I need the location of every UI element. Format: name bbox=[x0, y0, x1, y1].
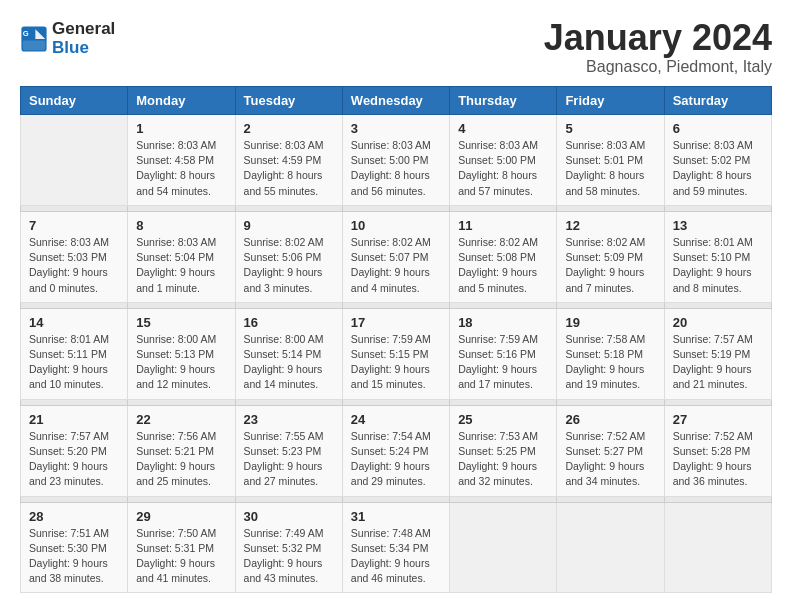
day-info: Sunrise: 8:01 AMSunset: 5:11 PMDaylight:… bbox=[29, 332, 119, 393]
day-cell: 21Sunrise: 7:57 AMSunset: 5:20 PMDayligh… bbox=[21, 405, 128, 496]
location-subtitle: Bagnasco, Piedmont, Italy bbox=[544, 58, 772, 76]
day-number: 26 bbox=[565, 412, 655, 427]
day-number: 20 bbox=[673, 315, 763, 330]
header-day-friday: Friday bbox=[557, 87, 664, 115]
week-row-2: 7Sunrise: 8:03 AMSunset: 5:03 PMDaylight… bbox=[21, 211, 772, 302]
day-info: Sunrise: 8:02 AMSunset: 5:09 PMDaylight:… bbox=[565, 235, 655, 296]
day-cell: 14Sunrise: 8:01 AMSunset: 5:11 PMDayligh… bbox=[21, 308, 128, 399]
day-number: 2 bbox=[244, 121, 334, 136]
day-number: 15 bbox=[136, 315, 226, 330]
day-info: Sunrise: 7:58 AMSunset: 5:18 PMDaylight:… bbox=[565, 332, 655, 393]
day-number: 31 bbox=[351, 509, 441, 524]
day-info: Sunrise: 7:54 AMSunset: 5:24 PMDaylight:… bbox=[351, 429, 441, 490]
day-number: 21 bbox=[29, 412, 119, 427]
day-number: 7 bbox=[29, 218, 119, 233]
day-info: Sunrise: 7:52 AMSunset: 5:27 PMDaylight:… bbox=[565, 429, 655, 490]
day-number: 16 bbox=[244, 315, 334, 330]
logo-icon: G bbox=[20, 25, 48, 53]
day-number: 8 bbox=[136, 218, 226, 233]
header-day-saturday: Saturday bbox=[664, 87, 771, 115]
day-info: Sunrise: 7:57 AMSunset: 5:20 PMDaylight:… bbox=[29, 429, 119, 490]
logo-line1: General bbox=[52, 20, 115, 39]
day-cell: 28Sunrise: 7:51 AMSunset: 5:30 PMDayligh… bbox=[21, 502, 128, 593]
day-info: Sunrise: 8:03 AMSunset: 5:04 PMDaylight:… bbox=[136, 235, 226, 296]
day-cell: 15Sunrise: 8:00 AMSunset: 5:13 PMDayligh… bbox=[128, 308, 235, 399]
day-cell: 16Sunrise: 8:00 AMSunset: 5:14 PMDayligh… bbox=[235, 308, 342, 399]
day-cell: 13Sunrise: 8:01 AMSunset: 5:10 PMDayligh… bbox=[664, 211, 771, 302]
day-cell: 24Sunrise: 7:54 AMSunset: 5:24 PMDayligh… bbox=[342, 405, 449, 496]
week-row-1: 1Sunrise: 8:03 AMSunset: 4:58 PMDaylight… bbox=[21, 115, 772, 206]
header-row: SundayMondayTuesdayWednesdayThursdayFrid… bbox=[21, 87, 772, 115]
day-info: Sunrise: 8:03 AMSunset: 5:01 PMDaylight:… bbox=[565, 138, 655, 199]
day-info: Sunrise: 8:00 AMSunset: 5:14 PMDaylight:… bbox=[244, 332, 334, 393]
day-info: Sunrise: 7:52 AMSunset: 5:28 PMDaylight:… bbox=[673, 429, 763, 490]
header-day-thursday: Thursday bbox=[450, 87, 557, 115]
day-cell: 31Sunrise: 7:48 AMSunset: 5:34 PMDayligh… bbox=[342, 502, 449, 593]
title-section: January 2024 Bagnasco, Piedmont, Italy bbox=[544, 20, 772, 76]
day-info: Sunrise: 8:03 AMSunset: 5:00 PMDaylight:… bbox=[458, 138, 548, 199]
day-number: 10 bbox=[351, 218, 441, 233]
day-cell: 9Sunrise: 8:02 AMSunset: 5:06 PMDaylight… bbox=[235, 211, 342, 302]
month-title: January 2024 bbox=[544, 20, 772, 56]
week-row-4: 21Sunrise: 7:57 AMSunset: 5:20 PMDayligh… bbox=[21, 405, 772, 496]
day-cell: 18Sunrise: 7:59 AMSunset: 5:16 PMDayligh… bbox=[450, 308, 557, 399]
day-info: Sunrise: 8:03 AMSunset: 5:03 PMDaylight:… bbox=[29, 235, 119, 296]
day-info: Sunrise: 8:03 AMSunset: 5:00 PMDaylight:… bbox=[351, 138, 441, 199]
header-day-sunday: Sunday bbox=[21, 87, 128, 115]
week-row-3: 14Sunrise: 8:01 AMSunset: 5:11 PMDayligh… bbox=[21, 308, 772, 399]
day-info: Sunrise: 8:01 AMSunset: 5:10 PMDaylight:… bbox=[673, 235, 763, 296]
day-cell: 10Sunrise: 8:02 AMSunset: 5:07 PMDayligh… bbox=[342, 211, 449, 302]
day-cell: 17Sunrise: 7:59 AMSunset: 5:15 PMDayligh… bbox=[342, 308, 449, 399]
day-cell: 20Sunrise: 7:57 AMSunset: 5:19 PMDayligh… bbox=[664, 308, 771, 399]
day-number: 5 bbox=[565, 121, 655, 136]
header-day-wednesday: Wednesday bbox=[342, 87, 449, 115]
day-number: 9 bbox=[244, 218, 334, 233]
day-info: Sunrise: 8:03 AMSunset: 4:58 PMDaylight:… bbox=[136, 138, 226, 199]
header-day-monday: Monday bbox=[128, 87, 235, 115]
day-number: 22 bbox=[136, 412, 226, 427]
day-cell: 30Sunrise: 7:49 AMSunset: 5:32 PMDayligh… bbox=[235, 502, 342, 593]
header: G General Blue January 2024 Bagnasco, Pi… bbox=[20, 20, 772, 76]
day-cell: 22Sunrise: 7:56 AMSunset: 5:21 PMDayligh… bbox=[128, 405, 235, 496]
day-number: 27 bbox=[673, 412, 763, 427]
day-number: 17 bbox=[351, 315, 441, 330]
day-number: 11 bbox=[458, 218, 548, 233]
day-number: 28 bbox=[29, 509, 119, 524]
day-cell bbox=[664, 502, 771, 593]
day-number: 1 bbox=[136, 121, 226, 136]
day-number: 12 bbox=[565, 218, 655, 233]
day-info: Sunrise: 7:57 AMSunset: 5:19 PMDaylight:… bbox=[673, 332, 763, 393]
day-cell bbox=[21, 115, 128, 206]
calendar-table: SundayMondayTuesdayWednesdayThursdayFrid… bbox=[20, 86, 772, 593]
day-info: Sunrise: 7:49 AMSunset: 5:32 PMDaylight:… bbox=[244, 526, 334, 587]
day-number: 3 bbox=[351, 121, 441, 136]
day-cell: 23Sunrise: 7:55 AMSunset: 5:23 PMDayligh… bbox=[235, 405, 342, 496]
day-info: Sunrise: 7:55 AMSunset: 5:23 PMDaylight:… bbox=[244, 429, 334, 490]
day-info: Sunrise: 8:03 AMSunset: 5:02 PMDaylight:… bbox=[673, 138, 763, 199]
day-number: 18 bbox=[458, 315, 548, 330]
day-cell: 26Sunrise: 7:52 AMSunset: 5:27 PMDayligh… bbox=[557, 405, 664, 496]
day-number: 23 bbox=[244, 412, 334, 427]
day-cell bbox=[450, 502, 557, 593]
day-cell: 19Sunrise: 7:58 AMSunset: 5:18 PMDayligh… bbox=[557, 308, 664, 399]
day-cell: 25Sunrise: 7:53 AMSunset: 5:25 PMDayligh… bbox=[450, 405, 557, 496]
svg-text:G: G bbox=[23, 29, 29, 38]
logo-line2: Blue bbox=[52, 39, 115, 58]
day-cell bbox=[557, 502, 664, 593]
day-number: 25 bbox=[458, 412, 548, 427]
day-info: Sunrise: 8:02 AMSunset: 5:06 PMDaylight:… bbox=[244, 235, 334, 296]
day-number: 13 bbox=[673, 218, 763, 233]
week-row-5: 28Sunrise: 7:51 AMSunset: 5:30 PMDayligh… bbox=[21, 502, 772, 593]
day-info: Sunrise: 8:03 AMSunset: 4:59 PMDaylight:… bbox=[244, 138, 334, 199]
day-number: 30 bbox=[244, 509, 334, 524]
day-number: 6 bbox=[673, 121, 763, 136]
day-cell: 7Sunrise: 8:03 AMSunset: 5:03 PMDaylight… bbox=[21, 211, 128, 302]
day-info: Sunrise: 7:50 AMSunset: 5:31 PMDaylight:… bbox=[136, 526, 226, 587]
day-cell: 2Sunrise: 8:03 AMSunset: 4:59 PMDaylight… bbox=[235, 115, 342, 206]
day-cell: 27Sunrise: 7:52 AMSunset: 5:28 PMDayligh… bbox=[664, 405, 771, 496]
day-info: Sunrise: 7:48 AMSunset: 5:34 PMDaylight:… bbox=[351, 526, 441, 587]
day-cell: 29Sunrise: 7:50 AMSunset: 5:31 PMDayligh… bbox=[128, 502, 235, 593]
day-cell: 3Sunrise: 8:03 AMSunset: 5:00 PMDaylight… bbox=[342, 115, 449, 206]
day-number: 19 bbox=[565, 315, 655, 330]
day-info: Sunrise: 7:59 AMSunset: 5:16 PMDaylight:… bbox=[458, 332, 548, 393]
